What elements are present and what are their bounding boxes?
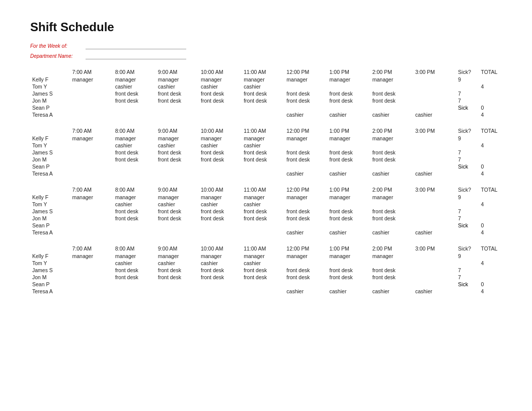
week-input[interactable] <box>86 42 186 49</box>
table-row: Kelly Fmanagermanagermanagermanagermanag… <box>30 253 502 260</box>
time-header-8: 3:00 PM <box>413 68 456 76</box>
shift-cell-4: front desk <box>242 267 284 274</box>
sick-cell <box>456 229 479 236</box>
shift-cell-4 <box>242 281 284 288</box>
time-header-5: 12:00 PM <box>284 186 327 194</box>
dept-input[interactable] <box>86 52 186 59</box>
sick-cell <box>456 83 479 90</box>
sick-cell <box>413 156 456 163</box>
time-header-9: Sick? <box>456 186 479 194</box>
time-header-6: 1:00 PM <box>328 245 370 253</box>
table-row: Teresa Acashiercashiercashiercashier4 <box>30 288 502 295</box>
shift-cell-2: cashier <box>156 201 199 208</box>
shift-cell-1: front desk <box>113 208 156 215</box>
table-row: Teresa Acashiercashiercashiercashier4 <box>30 170 502 177</box>
shift-cell-0: manager <box>70 253 113 260</box>
shift-cell-0: manager <box>70 194 113 201</box>
shift-cell-4: cashier <box>242 83 284 90</box>
shift-cell-2: front desk <box>156 149 199 156</box>
shift-cell-2 <box>156 163 199 170</box>
shift-cell-3 <box>199 229 242 236</box>
time-header-10: TOTAL <box>479 68 502 76</box>
total-cell: 0 <box>479 104 502 111</box>
shift-cell-6: front desk <box>328 90 370 97</box>
time-header-5: 12:00 PM <box>284 245 327 253</box>
shift-cell-3: cashier <box>199 201 242 208</box>
shift-cell-4: manager <box>242 194 284 201</box>
shift-cell-7: manager <box>370 253 413 260</box>
employee-name: Tom Y <box>30 201 70 208</box>
total-cell: 7 <box>456 208 479 215</box>
sick-cell: Sick <box>456 281 479 288</box>
shift-cell-2: cashier <box>156 83 199 90</box>
shift-cell-5: front desk <box>284 156 327 163</box>
shift-cell-6: front desk <box>328 274 370 281</box>
table-row: Jon Mfront deskfront deskfront deskfront… <box>30 274 502 281</box>
shift-cell-7 <box>370 142 413 149</box>
time-header-10: TOTAL <box>479 127 502 135</box>
shift-cell-3: front desk <box>199 149 242 156</box>
shift-cell-0 <box>70 97 113 104</box>
shift-cell-5 <box>284 201 327 208</box>
shift-cell-2: front desk <box>156 156 199 163</box>
total-cell: 7 <box>456 215 479 222</box>
time-header-6: 1:00 PM <box>328 186 370 194</box>
time-header-4: 11:00 AM <box>242 245 284 253</box>
shift-cell-5: cashier <box>284 288 327 295</box>
shift-cell-5 <box>284 222 327 229</box>
shift-cell-8: cashier <box>413 111 456 118</box>
employee-name: Jon M <box>30 156 70 163</box>
table-row: Sean PSick0 <box>30 222 502 229</box>
shift-cell-0 <box>70 274 113 281</box>
shift-cell-1 <box>113 170 156 177</box>
shift-cell-2: manager <box>156 253 199 260</box>
shift-cell-7 <box>370 201 413 208</box>
time-header-10: TOTAL <box>479 245 502 253</box>
shift-cell-3: manager <box>199 253 242 260</box>
total-cell: 4 <box>479 201 502 208</box>
total-cell: 4 <box>479 170 502 177</box>
shift-cell-3 <box>199 288 242 295</box>
shift-cell-5 <box>284 163 327 170</box>
shift-cell-7 <box>370 83 413 90</box>
shift-cell-1: cashier <box>113 260 156 267</box>
table-row: Kelly Fmanagermanagermanagermanagermanag… <box>30 76 502 83</box>
shift-cell-1: front desk <box>113 90 156 97</box>
shift-cell-2: manager <box>156 194 199 201</box>
employee-name: Tom Y <box>30 142 70 149</box>
shift-cell-0 <box>70 111 113 118</box>
sick-cell <box>456 201 479 208</box>
shift-cell-1 <box>113 229 156 236</box>
shift-cell-5: manager <box>284 253 327 260</box>
shift-cell-8 <box>413 201 456 208</box>
shift-cell-5: manager <box>284 194 327 201</box>
time-header-5: 12:00 PM <box>284 127 327 135</box>
schedule-block-0: 7:00 AM8:00 AM9:00 AM10:00 AM11:00 AM12:… <box>30 68 502 118</box>
shift-cell-6 <box>328 83 370 90</box>
shift-cell-6 <box>328 281 370 288</box>
employee-name: James S <box>30 149 70 156</box>
shift-cell-7: cashier <box>370 288 413 295</box>
total-cell: 7 <box>456 90 479 97</box>
shift-cell-7 <box>370 163 413 170</box>
shift-cell-2 <box>156 222 199 229</box>
shift-cell-0: manager <box>70 76 113 83</box>
employee-name: James S <box>30 90 70 97</box>
time-header-7: 2:00 PM <box>370 245 413 253</box>
shift-cell-1: manager <box>113 76 156 83</box>
shift-cell-5: front desk <box>284 215 327 222</box>
shift-cell-1: front desk <box>113 156 156 163</box>
time-header-0: 7:00 AM <box>70 68 113 76</box>
shift-cell-4 <box>242 104 284 111</box>
table-row: Tom Ycashiercashiercashiercashier4 <box>30 142 502 149</box>
shift-cell-6 <box>328 104 370 111</box>
shift-cell-0 <box>70 142 113 149</box>
shift-cell-3: front desk <box>199 156 242 163</box>
shift-cell-0 <box>70 156 113 163</box>
time-header-1: 8:00 AM <box>113 68 156 76</box>
sick-cell <box>456 142 479 149</box>
shift-cell-1 <box>113 288 156 295</box>
shift-cell-2: front desk <box>156 215 199 222</box>
shift-cell-4: manager <box>242 135 284 142</box>
sick-cell <box>456 111 479 118</box>
